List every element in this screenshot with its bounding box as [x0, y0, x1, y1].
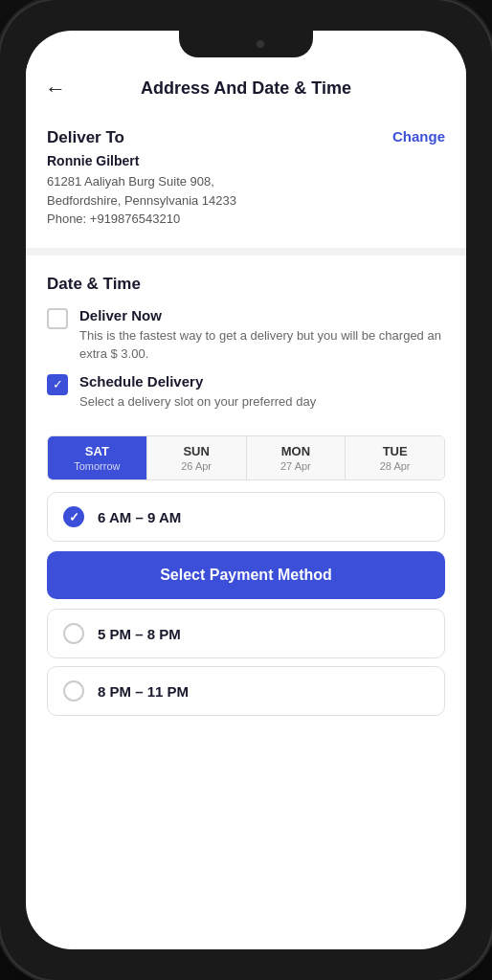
deliver-now-desc: This is the fastest way to get a deliver… [79, 326, 445, 364]
deliver-to-title: Deliver To [47, 128, 124, 147]
time-slot-1-label: 5 PM – 8 PM [98, 626, 181, 642]
divider [26, 248, 466, 256]
time-slot-0-label: 6 AM – 9 AM [98, 509, 181, 525]
day-tab-sun[interactable]: SUN 26 Apr [147, 436, 247, 479]
time-slot-2[interactable]: 8 PM – 11 PM [47, 666, 445, 716]
change-button[interactable]: Change [392, 128, 445, 145]
notch [179, 31, 313, 57]
day-tab-sun-name: SUN [151, 444, 242, 458]
screen-content: ← Address And Date & Time Deliver To Cha… [26, 31, 466, 949]
day-tab-tue[interactable]: TUE 28 Apr [346, 436, 444, 479]
day-tab-sat-sub: Tomorrow [52, 460, 143, 472]
day-tab-sat-name: SAT [52, 444, 143, 458]
day-tab-sat[interactable]: SAT Tomorrow [48, 436, 147, 479]
time-slot-2-radio [63, 680, 84, 702]
schedule-delivery-desc: Select a delivery slot on your preferred… [79, 392, 316, 412]
notch-dot [257, 40, 264, 48]
day-tab-mon[interactable]: MON 27 Apr [247, 436, 347, 479]
date-time-title: Date & Time [47, 275, 445, 294]
time-slot-1[interactable]: 5 PM – 8 PM [47, 609, 445, 658]
schedule-delivery-checkbox[interactable]: ✓ [47, 374, 68, 395]
schedule-delivery-row[interactable]: ✓ Schedule Delivery Select a delivery sl… [47, 373, 445, 412]
deliver-now-content: Deliver Now This is the fastest way to g… [79, 307, 445, 364]
recipient-name: Ronnie Gilbert [47, 153, 445, 168]
bottom-space [26, 724, 466, 752]
day-tab-tue-sub: 28 Apr [349, 460, 440, 472]
time-slot-0[interactable]: 6 AM – 9 AM [47, 492, 445, 542]
day-tab-tue-name: TUE [349, 444, 440, 458]
select-payment-button[interactable]: Select Payment Method [47, 551, 445, 599]
deliver-now-row[interactable]: Deliver Now This is the fastest way to g… [47, 307, 445, 364]
back-button[interactable]: ← [45, 77, 66, 101]
time-slot-1-radio [63, 623, 84, 644]
phone-frame: ← Address And Date & Time Deliver To Cha… [0, 0, 492, 980]
day-tab-mon-sub: 27 Apr [251, 460, 342, 472]
date-time-section: Date & Time Deliver Now This is the fast… [26, 259, 466, 429]
page-title: Address And Date & Time [141, 78, 351, 99]
deliver-to-section: Deliver To Change Ronnie Gilbert 61281 A… [26, 113, 466, 244]
header: ← Address And Date & Time [26, 64, 466, 113]
address-phone: Phone: +919876543210 [47, 210, 445, 229]
address-line1: 61281 Aaliyah Burg Suite 908, [47, 172, 445, 191]
deliver-now-checkbox[interactable] [47, 308, 68, 329]
day-tab-sun-sub: 26 Apr [151, 460, 242, 472]
schedule-delivery-label: Schedule Delivery [79, 373, 316, 390]
time-slot-2-label: 8 PM – 11 PM [98, 683, 189, 700]
deliver-now-label: Deliver Now [79, 307, 445, 323]
address-line2: Bedfordshire, Pennsylvania 14233 [47, 191, 445, 211]
schedule-delivery-content: Schedule Delivery Select a delivery slot… [79, 373, 316, 412]
day-tabs: SAT Tomorrow SUN 26 Apr MON 27 Apr TUE 2… [47, 435, 445, 480]
time-slot-0-radio [63, 506, 84, 527]
day-tab-mon-name: MON [251, 444, 342, 458]
phone-screen: ← Address And Date & Time Deliver To Cha… [26, 31, 466, 949]
